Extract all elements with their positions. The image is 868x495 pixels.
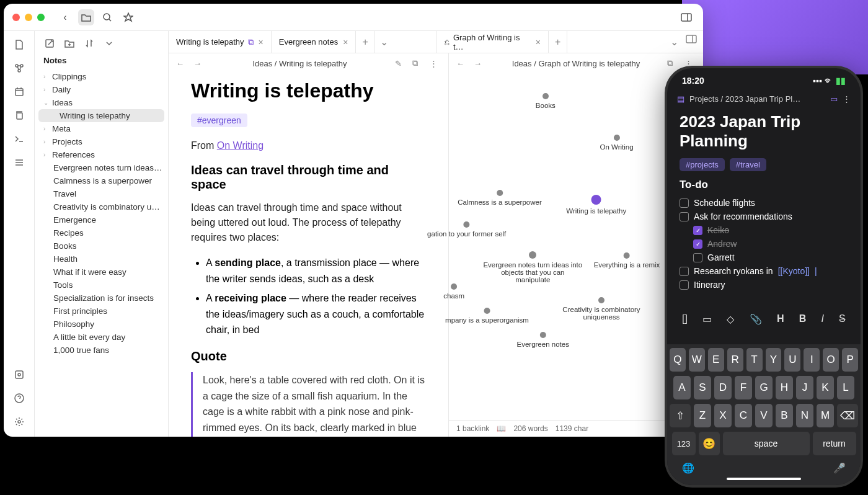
sidebar-note[interactable]: What if it were easy bbox=[35, 265, 168, 279]
graph-node[interactable]: Creativity is combinatory uniqueness bbox=[552, 297, 651, 321]
sidebar-note[interactable]: Emergence bbox=[35, 213, 168, 226]
key-123[interactable]: 123 bbox=[672, 432, 696, 455]
tab-graph[interactable]: ⎌Graph of Writing is t…× bbox=[437, 31, 449, 53]
link-icon[interactable]: ⧉ bbox=[667, 58, 678, 68]
breadcrumb[interactable]: Ideas / Graph of Writing is telepathy bbox=[491, 59, 661, 68]
close-tab-icon[interactable]: × bbox=[259, 37, 264, 47]
sidebar-note[interactable]: Tools bbox=[35, 279, 168, 292]
new-note-icon[interactable] bbox=[43, 37, 56, 50]
key-h[interactable]: H bbox=[776, 376, 793, 399]
globe-icon[interactable]: 🌐 bbox=[682, 462, 694, 474]
mic-icon[interactable]: 🎤 bbox=[833, 462, 846, 474]
key-o[interactable]: O bbox=[823, 348, 839, 372]
checkbox[interactable]: ✓ bbox=[693, 239, 702, 249]
key-c[interactable]: C bbox=[735, 404, 752, 427]
key-i[interactable]: I bbox=[804, 348, 820, 372]
nav-back-icon[interactable]: ← bbox=[176, 59, 187, 68]
key-backspace[interactable]: ⌫ bbox=[837, 404, 858, 427]
sidebar-note[interactable]: Writing is telepathy bbox=[38, 109, 164, 122]
sidebar-note[interactable]: Recipes bbox=[35, 226, 168, 239]
tag-icon[interactable]: ◇ bbox=[727, 313, 734, 325]
more-icon[interactable]: ⋮ bbox=[843, 94, 851, 104]
key-j[interactable]: J bbox=[796, 376, 813, 399]
backlinks-count[interactable]: 1 backlink bbox=[456, 424, 489, 433]
tab-writing-telepathy[interactable]: Writing is telepathy⧉× bbox=[169, 31, 272, 53]
brackets-icon[interactable]: [] bbox=[682, 313, 688, 325]
maximize-window-button[interactable] bbox=[37, 14, 45, 21]
more-icon[interactable]: ⋮ bbox=[430, 59, 441, 68]
sidebar-note[interactable]: Creativity is combinatory u… bbox=[35, 200, 168, 213]
search-icon[interactable] bbox=[99, 9, 115, 25]
italic-icon[interactable]: I bbox=[821, 313, 823, 325]
folder-icon[interactable] bbox=[78, 9, 94, 25]
key-x[interactable]: X bbox=[714, 404, 732, 427]
key-m[interactable]: M bbox=[817, 404, 834, 427]
new-tab-button[interactable]: + bbox=[356, 31, 374, 53]
key-a[interactable]: A bbox=[673, 376, 691, 399]
book-icon[interactable]: ▭ bbox=[830, 94, 838, 104]
key-y[interactable]: Y bbox=[766, 348, 782, 372]
nav-back-icon[interactable]: ← bbox=[456, 59, 467, 68]
editor-content[interactable]: Writing is telepathy #evergreen From On … bbox=[169, 73, 448, 437]
note-title[interactable]: 2023 Japan Trip Planning bbox=[667, 110, 861, 158]
calendar-icon[interactable] bbox=[13, 86, 25, 98]
copy-icon[interactable] bbox=[13, 109, 25, 122]
key-f[interactable]: F bbox=[735, 376, 752, 399]
key-q[interactable]: Q bbox=[670, 348, 686, 372]
key-t[interactable]: T bbox=[746, 348, 763, 372]
layers-icon[interactable] bbox=[13, 156, 25, 169]
sidebar-note[interactable]: First principles bbox=[35, 305, 168, 318]
close-tab-icon[interactable]: × bbox=[343, 37, 348, 47]
more-icon[interactable]: ⋮ bbox=[684, 59, 696, 68]
graph-node[interactable]: mpany is a superorganism bbox=[445, 308, 529, 324]
note-title[interactable]: Writing is telepathy bbox=[191, 79, 426, 102]
todo-item[interactable]: Ask for recommendations bbox=[680, 210, 848, 223]
nav-forward-icon[interactable]: → bbox=[193, 59, 205, 68]
help-icon[interactable] bbox=[13, 392, 25, 404]
graph-node[interactable]: On Writing bbox=[600, 135, 634, 151]
checkbox[interactable] bbox=[680, 198, 689, 208]
sidebar-folder[interactable]: › Clippings bbox=[35, 70, 168, 83]
sidebar-note[interactable]: Evergreen notes turn ideas… bbox=[35, 161, 168, 174]
files-icon[interactable] bbox=[13, 38, 25, 51]
sidebar-note[interactable]: Philosophy bbox=[35, 318, 168, 331]
sidebar-note[interactable]: 1,000 true fans bbox=[35, 344, 168, 357]
close-window-button[interactable] bbox=[12, 14, 20, 21]
breadcrumb[interactable]: Projects / 2023 Japan Trip Pl… bbox=[689, 94, 825, 104]
checkbox[interactable]: ✓ bbox=[693, 226, 702, 235]
file-icon[interactable]: ▭ bbox=[702, 313, 712, 325]
graph-node[interactable]: Calmness is a superpower bbox=[458, 190, 542, 206]
panel-toggle-icon[interactable] bbox=[678, 9, 694, 25]
key-e[interactable]: E bbox=[708, 348, 724, 372]
sidebar-folder[interactable]: › Meta bbox=[35, 122, 168, 135]
key-n[interactable]: N bbox=[796, 404, 813, 427]
key-p[interactable]: P bbox=[842, 348, 858, 372]
nav-back-icon[interactable]: ‹ bbox=[57, 9, 73, 25]
sidebar-note[interactable]: Books bbox=[35, 239, 168, 252]
checkbox[interactable] bbox=[680, 267, 689, 276]
todo-item[interactable]: Itinerary bbox=[680, 278, 848, 292]
key-s[interactable]: S bbox=[694, 376, 711, 399]
checkbox[interactable] bbox=[693, 253, 702, 262]
todo-item[interactable]: ✓Keiko bbox=[680, 223, 848, 237]
key-g[interactable]: G bbox=[755, 376, 773, 399]
graph-node[interactable]: Evergreen notes turn ideas into objects … bbox=[483, 251, 582, 283]
key-v[interactable]: V bbox=[755, 404, 773, 427]
nav-forward-icon[interactable]: → bbox=[474, 59, 485, 68]
attach-icon[interactable]: 📎 bbox=[750, 313, 762, 325]
strike-icon[interactable]: S bbox=[839, 313, 846, 325]
graph-node[interactable]: gation to your former self bbox=[427, 221, 506, 238]
from-link[interactable]: On Writing bbox=[217, 140, 264, 151]
key-k[interactable]: K bbox=[817, 376, 834, 399]
graph-icon[interactable] bbox=[13, 62, 25, 74]
sidebar-folder[interactable]: › Projects bbox=[35, 135, 168, 148]
key-u[interactable]: U bbox=[784, 348, 800, 372]
home-indicator[interactable] bbox=[727, 478, 801, 480]
note-tag[interactable]: #evergreen bbox=[191, 114, 247, 127]
sidebar-folder[interactable]: › References bbox=[35, 148, 168, 161]
new-folder-icon[interactable] bbox=[63, 37, 76, 50]
checkbox[interactable] bbox=[680, 280, 689, 290]
terminal-icon[interactable] bbox=[13, 133, 25, 145]
graph-node[interactable]: Evergreen notes bbox=[516, 332, 569, 348]
graph-node[interactable]: Everything is a remix bbox=[594, 252, 660, 269]
